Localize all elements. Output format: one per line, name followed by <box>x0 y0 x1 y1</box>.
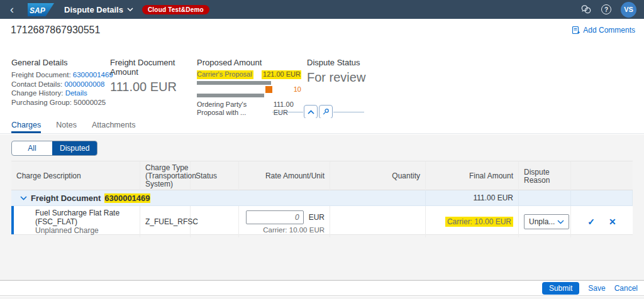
status-cell <box>191 206 239 237</box>
group-empty-cell <box>519 190 571 205</box>
group-number-highlighted: 6300001469 <box>104 193 150 203</box>
table-header-row: Charge Description Charge Type (Transpor… <box>11 161 633 190</box>
contact-details-link[interactable]: 0000000008 <box>64 80 104 88</box>
chevron-down-icon <box>557 220 564 224</box>
header-kpis: General Details Freight Document: 630000… <box>0 58 644 108</box>
dispute-status-heading: Dispute Status <box>307 58 395 67</box>
add-comments-label: Add Comments <box>583 26 635 35</box>
purchasing-group-line: Purchasing Group: 50000025 <box>11 98 107 107</box>
delta-value: 10 <box>294 85 301 93</box>
charge-description-sub: Unplanned Charge <box>35 226 135 235</box>
dispute-reason-value: Unpla... <box>529 217 555 226</box>
back-icon[interactable]: ‹ <box>10 4 20 14</box>
col-dispute-reason: Dispute Reason <box>519 161 571 191</box>
save-button[interactable]: Save <box>588 284 605 293</box>
quantity-cell <box>330 206 426 237</box>
reject-icon[interactable]: ✕ <box>609 217 616 227</box>
delta-row: 10 <box>197 85 301 94</box>
chevron-up-icon <box>308 110 314 114</box>
collapse-header-button[interactable] <box>304 105 318 119</box>
app-title: Dispute Details <box>64 5 123 14</box>
pin-header-button[interactable] <box>319 105 333 119</box>
tab-notes[interactable]: Notes <box>56 121 77 133</box>
shell-actions: ? VS <box>580 2 636 18</box>
dispute-status-value: For review <box>307 70 395 85</box>
pin-icon <box>322 108 330 116</box>
freight-amount-value: 111.00 EUR <box>110 80 192 94</box>
page-title: 1712687867930551 <box>11 24 100 36</box>
col-final-amount: Final Amount <box>426 161 519 191</box>
charge-description-cell: Fuel Surcharge Flat Rate (FSC_FLAT) Unpl… <box>11 206 140 237</box>
charges-content: All Disputed Charge Description Charge T… <box>0 134 644 280</box>
system-badge: Cloud Test&Demo <box>142 5 209 14</box>
change-history-link[interactable]: Details <box>65 89 87 97</box>
divider <box>333 112 364 112</box>
dispute-reason-cell: Unpla... <box>519 206 571 237</box>
carrier-proposal-bar <box>197 81 271 85</box>
rate-amount-cell: EUR Carrier: 10.00 EUR <box>239 206 330 237</box>
row-status-stripe <box>11 206 14 234</box>
tab-attachments[interactable]: Attachments <box>92 121 135 133</box>
tab-bar: Charges Notes Attachments <box>0 118 644 134</box>
freight-amount-heading: Freight Document Amount <box>110 58 192 77</box>
col-rate-amount: Rate Amount/Unit <box>239 161 330 191</box>
sap-logo: SAP <box>28 3 54 16</box>
group-final-amount: 111.00 EUR <box>426 190 519 205</box>
dispute-reason-select[interactable]: Unpla... <box>524 214 569 229</box>
feedback-icon[interactable] <box>580 4 592 15</box>
footer-bar: Submit Save Cancel <box>0 280 644 296</box>
col-charge-type: Charge Type (Transportation System) <box>140 161 191 191</box>
charge-row-fuel-surcharge[interactable]: Fuel Surcharge Flat Rate (FSC_FLAT) Unpl… <box>11 206 633 235</box>
help-icon[interactable]: ? <box>601 4 612 15</box>
filter-disputed-button[interactable]: Disputed <box>52 141 97 155</box>
freight-document-line: Freight Document: 6300001469 <box>11 70 107 80</box>
charges-filter: All Disputed <box>11 141 97 156</box>
group-title-cell: Freight Document 6300001469 <box>11 190 426 205</box>
rate-carrier-value: Carrier: 10.00 EUR <box>244 226 325 234</box>
final-amount-cell: Carrier: 10.00 EUR <box>426 206 519 237</box>
change-history-line: Change History: Details <box>11 89 107 98</box>
add-comments-button[interactable]: Add Comments <box>572 26 635 35</box>
charges-table: Charge Description Charge Type (Transpor… <box>11 161 633 235</box>
rate-amount-input[interactable] <box>246 210 304 224</box>
col-charge-description: Charge Description <box>11 161 140 191</box>
delta-marker <box>265 86 272 93</box>
filter-all-button[interactable]: All <box>12 141 52 155</box>
rate-unit: EUR <box>309 213 325 222</box>
app-title-menu[interactable]: Dispute Details <box>64 5 133 14</box>
chevron-down-icon <box>127 8 133 11</box>
group-empty-cell <box>571 190 633 205</box>
contact-details-line: Contact Details: 0000000008 <box>11 80 107 89</box>
final-amount-highlighted: Carrier: 10.00 EUR <box>445 217 513 227</box>
divider <box>272 112 303 112</box>
charge-description: Fuel Surcharge Flat Rate (FSC_FLAT) <box>35 209 135 226</box>
dispute-status-block: Dispute Status For review <box>307 58 395 85</box>
proposed-amount-heading: Proposed Amount <box>197 58 301 67</box>
comment-icon <box>572 26 580 35</box>
carrier-proposal-label: Carrier's Proposal <box>197 70 253 79</box>
bottom-strip <box>0 296 644 299</box>
carrier-proposal-value: 121.00 EUR <box>262 70 301 79</box>
header-controls <box>272 104 364 119</box>
cancel-button[interactable]: Cancel <box>614 284 638 293</box>
submit-button[interactable]: Submit <box>542 282 579 295</box>
col-status: Status <box>191 161 239 191</box>
user-avatar[interactable]: VS <box>621 2 636 18</box>
shell-bar: ‹ SAP Dispute Details Cloud Test&Demo <box>0 0 644 19</box>
col-quantity: Quantity <box>330 161 426 191</box>
purchasing-group-value: 50000025 <box>74 99 106 106</box>
collapse-group-icon[interactable] <box>20 196 27 200</box>
group-title: Freight Document <box>31 193 101 203</box>
freight-amount-block: Freight Document Amount 111.00 EUR <box>110 58 192 94</box>
charge-type-cell: Z_FUEL_RFSC <box>140 206 191 237</box>
freight-document-link[interactable]: 6300001469 <box>73 71 113 79</box>
col-actions <box>571 161 633 191</box>
dispute-details-page: ‹ SAP Dispute Details Cloud Test&Demo <box>0 0 644 299</box>
accept-icon[interactable]: ✓ <box>587 217 595 227</box>
object-header: 1712687867930551 Add Comments <box>0 19 644 40</box>
ordering-proposal-label: Ordering Party's Proposal with ... <box>197 101 274 117</box>
group-row-freight-document[interactable]: Freight Document 6300001469 111.00 EUR <box>11 190 633 206</box>
tab-charges[interactable]: Charges <box>11 121 41 133</box>
general-details-block: General Details Freight Document: 630000… <box>11 58 107 107</box>
svg-text:SAP: SAP <box>30 6 46 14</box>
